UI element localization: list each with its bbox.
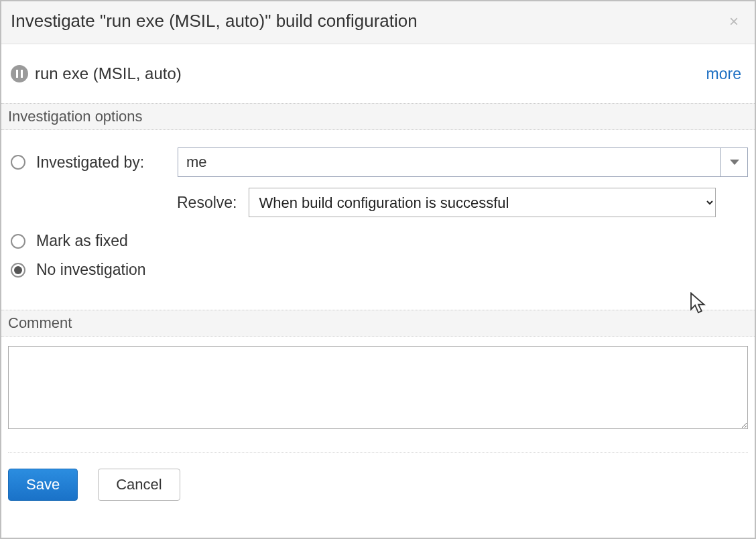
resolve-select[interactable]: When build configuration is successful	[249, 188, 716, 217]
chevron-down-icon	[730, 160, 739, 165]
investigated-by-radio[interactable]	[11, 155, 25, 170]
close-icon[interactable]: ×	[727, 13, 741, 29]
mark-as-fixed-row: Mark as fixed	[11, 232, 748, 250]
mark-as-fixed-label[interactable]: Mark as fixed	[36, 232, 167, 250]
more-link[interactable]: more	[706, 65, 741, 83]
investigation-options-body: Investigated by: me Resolve: When build …	[1, 130, 755, 310]
investigated-by-dropdown-button[interactable]	[720, 148, 747, 176]
build-config-row: run exe (MSIL, auto) more	[1, 44, 755, 103]
no-investigation-label[interactable]: No investigation	[36, 261, 167, 279]
resolve-row: Resolve: When build configuration is suc…	[8, 188, 716, 217]
pause-icon	[11, 65, 28, 82]
dialog-header: Investigate "run exe (MSIL, auto)" build…	[1, 1, 755, 44]
build-config-left: run exe (MSIL, auto)	[11, 64, 182, 83]
no-investigation-radio[interactable]	[11, 263, 25, 278]
build-config-name: run exe (MSIL, auto)	[35, 64, 182, 83]
investigated-by-row: Investigated by: me	[11, 147, 748, 177]
dialog-content: run exe (MSIL, auto) more Investigation …	[1, 44, 755, 507]
investigated-by-value: me	[178, 148, 720, 176]
save-button[interactable]: Save	[8, 469, 78, 501]
investigated-by-field[interactable]: me	[178, 147, 748, 177]
cancel-button[interactable]: Cancel	[98, 469, 180, 501]
dialog-footer: Save Cancel	[1, 453, 755, 507]
resolve-label: Resolve:	[177, 194, 237, 212]
investigated-by-label[interactable]: Investigated by:	[36, 154, 167, 172]
mark-as-fixed-radio[interactable]	[11, 234, 25, 249]
no-investigation-row: No investigation	[11, 261, 748, 279]
comment-textarea[interactable]	[8, 346, 748, 429]
comment-body	[1, 337, 755, 452]
comment-header: Comment	[1, 310, 755, 337]
dialog-title: Investigate "run exe (MSIL, auto)" build…	[11, 11, 418, 32]
investigation-options-header: Investigation options	[1, 103, 755, 130]
